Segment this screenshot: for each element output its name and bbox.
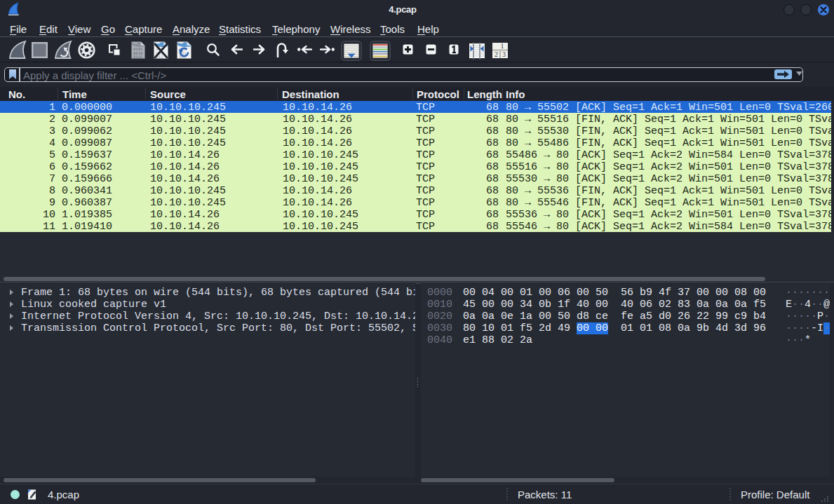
svg-text:1: 1 <box>501 43 504 50</box>
svg-text:2: 2 <box>495 50 498 58</box>
svg-text:0111: 0111 <box>133 55 143 59</box>
svg-text:3: 3 <box>502 50 506 58</box>
